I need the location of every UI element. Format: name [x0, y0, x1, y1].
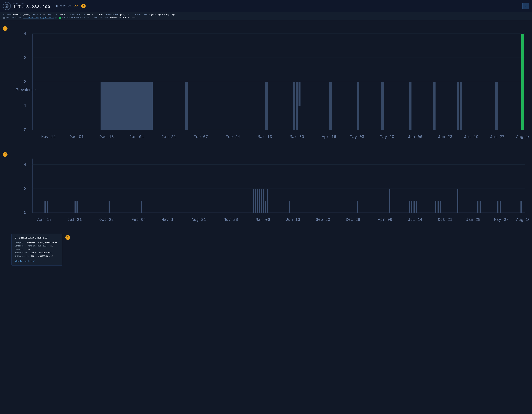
as-name-label: AS Name: EDGECAST (15133) — [3, 14, 30, 16]
svg-rect-69 — [257, 189, 258, 213]
svg-rect-73 — [265, 201, 266, 213]
svg-rect-29 — [381, 82, 384, 130]
svg-text:Apr 13: Apr 13 — [37, 217, 52, 222]
svg-text:May 03: May 03 — [350, 135, 364, 139]
confidence-row: Confidence (Min: 20, Max: 127): 21 — [15, 245, 59, 247]
svg-rect-71 — [261, 189, 262, 213]
svg-rect-25 — [296, 82, 298, 130]
svg-text:Aug 10: Aug 10 — [516, 217, 529, 222]
svg-rect-82 — [435, 201, 436, 213]
vt-context-count: (1/94) — [72, 5, 79, 7]
svg-rect-33 — [460, 82, 462, 130]
category-row: Category: Observed serving executables — [15, 241, 59, 244]
vt-context-button[interactable]: VT CONTEXT (1/94) — [56, 5, 79, 7]
svg-rect-7 — [525, 7, 526, 7]
svg-text:Mar 06: Mar 06 — [256, 217, 270, 222]
svg-rect-86 — [477, 201, 478, 213]
google-search-link[interactable]: Google Search — [40, 17, 54, 19]
svg-text:0: 0 — [24, 128, 27, 133]
registrar-label: Registrar: APNIC — [48, 14, 65, 16]
dest-ip-label: Destination IP: 117.18.232.200 — [6, 17, 38, 19]
visited-legend: Visited by Selected Asset — [59, 17, 89, 19]
svg-text:3: 3 — [24, 55, 27, 60]
dest-ip-legend: Destination IP: 117.18.232.200 Google Se… — [3, 17, 57, 19]
external-link-icon — [55, 17, 57, 19]
svg-text:Jan 28: Jan 28 — [466, 217, 480, 222]
active-from-row: Active from: 2018-05-25T00:00:00Z — [15, 252, 59, 254]
view-definitions-link[interactable]: View Definitions — [15, 260, 35, 262]
svg-text:May 07: May 07 — [494, 217, 508, 222]
svg-text:4: 4 — [24, 162, 27, 167]
svg-text:0: 0 — [24, 210, 27, 215]
svg-text:Jun 23: Jun 23 — [438, 135, 452, 139]
dns-label: Reverse DNS: [n/a] — [106, 14, 125, 16]
svg-rect-35 — [521, 34, 524, 130]
svg-rect-34 — [495, 82, 498, 130]
sigma-icon — [56, 5, 58, 7]
svg-text:Jul 14: Jul 14 — [408, 217, 422, 222]
svg-rect-26 — [299, 82, 301, 106]
chart2-wrapper: 0 2 4 — [8, 151, 529, 231]
searched-time: | Searched Time: 2022-08-10T15:34:52.304… — [91, 17, 136, 19]
header-divider — [53, 3, 53, 9]
vt-context-label: VT CONTEXT — [60, 5, 71, 7]
svg-text:Jul 21: Jul 21 — [67, 217, 82, 222]
subnet-label: IP Subnet Range: 117.18.232.0/24 — [68, 14, 103, 16]
svg-text:Oct 28: Oct 28 — [99, 217, 114, 222]
svg-rect-63 — [75, 201, 76, 213]
external-link-icon-2 — [33, 260, 35, 262]
svg-text:IP: IP — [6, 5, 8, 7]
dest-ip-link[interactable]: 117.18.232.200 — [23, 17, 38, 19]
ip-icon: IP — [3, 2, 11, 10]
svg-rect-89 — [500, 201, 501, 213]
ip-address-label: IP ADDRESS — [13, 3, 50, 4]
dest-ip-legend-box — [3, 17, 5, 19]
app-container: IP IP ADDRESS 117.18.232.200 VT CONTEXT … — [0, 0, 532, 414]
svg-text:4: 4 — [24, 31, 27, 36]
svg-text:Apr 06: Apr 06 — [378, 217, 392, 222]
svg-rect-76 — [357, 201, 358, 213]
svg-text:Sep 20: Sep 20 — [316, 217, 330, 222]
svg-text:Jun 13: Jun 13 — [286, 217, 300, 222]
chart1-wrapper: Prevalence 0 1 2 3 4 — [8, 22, 529, 150]
main-content: 1 Prevalence 0 1 2 3 — [0, 20, 532, 414]
svg-text:Prevalence: Prevalence — [16, 88, 36, 92]
svg-text:Jun 06: Jun 06 — [408, 135, 422, 139]
svg-rect-85 — [457, 189, 458, 213]
svg-rect-75 — [289, 201, 290, 213]
visited-label: Visited by Selected Asset — [62, 17, 89, 19]
confidence-value: 21 — [50, 245, 53, 247]
svg-rect-24 — [293, 82, 295, 130]
chart2-section: 2 0 2 4 — [3, 151, 529, 231]
svg-rect-64 — [76, 201, 78, 213]
category-value: Observed serving executables — [27, 242, 57, 244]
filter-button[interactable] — [522, 3, 529, 9]
intel-card: ET INTELLIGENCE REP LIST Category: Obser… — [11, 234, 62, 266]
svg-rect-83 — [437, 201, 439, 213]
svg-rect-77 — [389, 189, 390, 213]
bottom-area: ET INTELLIGENCE REP LIST Category: Obser… — [3, 234, 529, 266]
svg-rect-65 — [109, 201, 110, 213]
badge-1: 1 — [3, 26, 8, 31]
chart1-section: 1 Prevalence 0 1 2 3 — [3, 22, 529, 150]
svg-text:Aug 21: Aug 21 — [191, 217, 206, 222]
svg-rect-67 — [253, 189, 254, 213]
svg-rect-5 — [524, 5, 527, 5]
chart1-svg: Prevalence 0 1 2 3 4 — [8, 22, 529, 150]
svg-text:Nov 28: Nov 28 — [224, 217, 238, 222]
badge-2: 2 — [3, 152, 8, 157]
svg-rect-70 — [259, 189, 260, 213]
country-label: Country: AU — [33, 14, 45, 16]
svg-text:Feb 24: Feb 24 — [226, 135, 240, 139]
badge-4: 4 — [81, 4, 86, 8]
svg-text:Feb 04: Feb 04 — [131, 217, 146, 222]
svg-rect-22 — [185, 82, 188, 130]
svg-rect-80 — [414, 201, 415, 213]
header: IP IP ADDRESS 117.18.232.200 VT CONTEXT … — [0, 0, 532, 12]
svg-rect-6 — [525, 6, 527, 6]
svg-text:2: 2 — [24, 79, 27, 84]
filter-icon — [524, 5, 527, 7]
severity-row: Severity: Low — [15, 248, 59, 251]
svg-rect-84 — [440, 201, 441, 213]
svg-text:Aug 10: Aug 10 — [516, 135, 529, 139]
